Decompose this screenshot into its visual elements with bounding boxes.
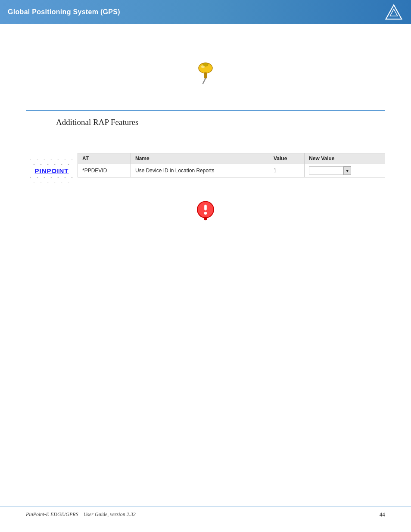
svg-line-4 <box>203 78 206 84</box>
company-logo-icon <box>384 3 403 22</box>
svg-rect-8 <box>204 205 207 210</box>
page-header: Global Positioning System (GPS) <box>0 0 411 24</box>
svg-point-6 <box>201 65 205 68</box>
pinpoint-brand-label: PINPOINT <box>35 167 69 174</box>
footer-divider <box>0 507 411 507</box>
pinpoint-dashes-top: - - - - - - - - - - - - - <box>26 156 78 167</box>
cell-new-value: ▼ <box>305 164 385 177</box>
pushpin-icon <box>193 59 218 84</box>
table-section: - - - - - - - - - - - - - PINPOINT - - -… <box>26 153 385 185</box>
main-content: Additional RAP Features - - - - - - - - … <box>0 24 411 498</box>
table-row: *PPDEVID Use Device ID in Location Repor… <box>78 164 385 177</box>
header-title: Global Positioning System (GPS) <box>8 8 120 16</box>
warning-area <box>26 185 385 230</box>
svg-marker-0 <box>386 5 402 19</box>
section-heading: Additional RAP Features <box>56 118 385 127</box>
pinpoint-dashes-bottom: - - - - - - - - - - - - - <box>26 175 78 185</box>
cell-name: Use Device ID in Location Reports <box>131 164 269 177</box>
new-value-input[interactable] <box>309 166 343 175</box>
cell-at: *PPDEVID <box>78 164 131 177</box>
cell-value: 1 <box>269 164 304 177</box>
settings-table: AT Name Value New Value *PPDEVID Use Dev… <box>78 153 385 177</box>
col-value: Value <box>269 153 304 164</box>
col-new-value: New Value <box>305 153 385 164</box>
col-at: AT <box>78 153 131 164</box>
table-container: AT Name Value New Value *PPDEVID Use Dev… <box>78 153 385 177</box>
pinpoint-logo-area: - - - - - - - - - - - - - PINPOINT - - -… <box>26 153 78 185</box>
dropdown-arrow-icon[interactable]: ▼ <box>343 166 351 175</box>
section-divider-top <box>26 110 385 111</box>
table-header: AT Name Value New Value <box>78 153 385 164</box>
col-name: Name <box>131 153 269 164</box>
page-footer: PinPoint-E EDGE/GPRS – User Guide, versi… <box>0 511 411 526</box>
footer-citation: PinPoint-E EDGE/GPRS – User Guide, versi… <box>26 511 136 518</box>
svg-rect-3 <box>204 72 207 78</box>
pushpin-area <box>26 33 385 102</box>
warning-icon <box>195 198 216 222</box>
footer-page-number: 44 <box>380 512 385 518</box>
svg-point-9 <box>204 212 207 215</box>
table-body: *PPDEVID Use Device ID in Location Repor… <box>78 164 385 177</box>
svg-point-10 <box>204 217 207 221</box>
